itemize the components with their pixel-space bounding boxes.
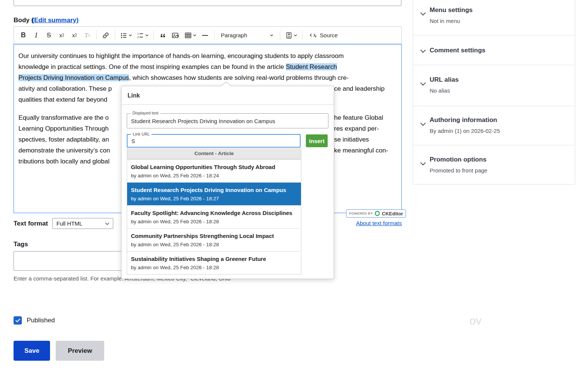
chevron-down-icon (420, 11, 426, 17)
image-upload-button[interactable] (170, 29, 181, 41)
italic-button[interactable]: I (30, 29, 42, 41)
section-summary: Not in menu (430, 18, 460, 24)
bulleted-list-button[interactable] (119, 29, 134, 41)
body-field-label: Body ((Edit summary)) (14, 17, 79, 24)
toolbar-separator (153, 30, 154, 40)
ckeditor-badge[interactable]: POWERED BY CKEditor (346, 209, 406, 218)
ckeditor-logo-icon (375, 211, 380, 216)
text-format-label: Text format (14, 220, 48, 227)
editor-text-line: Projects Driving Innovation on Campus, w… (18, 74, 397, 85)
displayed-text-field: Displayed text (127, 113, 328, 128)
section-summary: By admin (1) on 2026-02-25 (430, 128, 500, 134)
toolbar-separator (280, 30, 280, 40)
chevron-down-icon (420, 48, 426, 54)
edit-summary-link[interactable]: (Edit summary) (32, 17, 79, 24)
source-icon (309, 32, 317, 39)
toolbar-separator (115, 30, 115, 40)
drupal-node-edit-page: Body ((Edit summary)) B I S x2 x2 Tx 12 (0, 0, 588, 372)
chevron-down-icon (420, 81, 426, 87)
published-field: Published (14, 316, 55, 325)
toolbar-separator (214, 30, 214, 40)
ckeditor-brand-text: CKEditor (382, 211, 403, 216)
strikethrough-button[interactable]: S (43, 29, 55, 41)
sidebar-section-url-alias[interactable]: URL alias No alias (413, 65, 575, 106)
sidebar-section-authoring-information[interactable]: Authoring information By admin (1) on 20… (413, 106, 575, 145)
table-button[interactable] (183, 29, 198, 41)
chevron-down-icon (270, 34, 273, 37)
block-quote-button[interactable]: “ (157, 29, 169, 41)
displayed-text-input[interactable] (127, 114, 328, 128)
link-url-label: Link URL (131, 132, 152, 136)
node-settings-sidebar: Menu settings Not in menu Comment settin… (413, 0, 575, 184)
about-text-formats-link[interactable]: About text formats (356, 220, 402, 226)
text-format-value: Full HTML (53, 220, 105, 227)
powered-by-text: POWERED BY (349, 212, 373, 215)
sidebar-section-comment-settings[interactable]: Comment settings (413, 35, 575, 65)
chevron-down-icon (420, 121, 426, 127)
suggestion-item[interactable]: Global Learning Opportunities Through St… (127, 159, 301, 182)
selected-text: Student Research (286, 63, 337, 70)
chevron-down-icon (193, 34, 196, 37)
sidebar-section-promotion-options[interactable]: Promotion options Promoted to front page (413, 145, 575, 184)
source-button[interactable]: Source (306, 32, 341, 39)
link-button[interactable] (100, 29, 111, 41)
published-checkbox[interactable] (14, 316, 22, 325)
paragraph-style-dropdown[interactable]: Paragraph (218, 32, 277, 38)
section-title: Menu settings (430, 6, 473, 14)
link-dialog-title: Link (122, 86, 334, 105)
section-summary: Promoted to front page (430, 167, 487, 174)
editor-text-line: knowledge in practical settings. One of … (18, 63, 397, 74)
suggestion-item[interactable]: Community Partnerships Strengthening Loc… (127, 228, 301, 251)
editor-text-line: Our university continues to highlight th… (18, 52, 397, 63)
balloon-caret (220, 82, 232, 86)
link-icon (102, 32, 109, 39)
section-title: URL alias (430, 76, 459, 84)
link-dialog: Link Displayed text Link URL Insert Cont… (121, 86, 334, 279)
chevron-down-icon (294, 34, 297, 37)
suggestions-group-header: Content - Article (127, 148, 301, 159)
ghost-artifact-text: ov (469, 314, 482, 327)
selected-text: Projects Driving Innovation on Campus (18, 74, 129, 81)
toolbar-separator (302, 30, 302, 40)
toolbar-separator (96, 30, 97, 40)
preview-button[interactable]: Preview (56, 341, 104, 361)
chevron-down-icon (105, 222, 109, 225)
section-title: Promotion options (430, 156, 486, 163)
section-title: Authoring information (430, 116, 497, 124)
horizontal-line-button[interactable] (199, 29, 211, 41)
numbered-list-icon: 12 (137, 32, 144, 39)
numbered-list-button[interactable]: 12 (135, 29, 150, 41)
svg-text:1: 1 (137, 32, 139, 35)
superscript-button[interactable]: x2 (56, 29, 67, 41)
svg-text:2: 2 (137, 36, 139, 38)
sidebar-section-menu-settings[interactable]: Menu settings Not in menu (413, 0, 575, 35)
table-icon (184, 32, 192, 39)
suggestion-item[interactable]: Faculty Spotlight: Advancing Knowledge A… (127, 205, 301, 228)
tags-label: Tags (14, 241, 28, 248)
chevron-down-icon (420, 160, 426, 167)
body-label-text: Body (14, 17, 30, 24)
title-field-remnant[interactable] (14, 0, 401, 6)
text-format-select[interactable]: Full HTML (52, 218, 113, 229)
code-block-icon (285, 32, 293, 39)
horizontal-line-icon (201, 32, 209, 39)
published-label: Published (27, 317, 55, 324)
chevron-down-icon (145, 34, 149, 37)
section-title: Comment settings (430, 47, 485, 54)
section-summary: No alias (430, 87, 450, 94)
link-url-input[interactable] (128, 135, 300, 147)
code-block-button[interactable] (284, 29, 299, 41)
insert-button[interactable]: Insert (306, 134, 328, 147)
save-button[interactable]: Save (14, 341, 50, 361)
checkmark-icon (15, 319, 20, 323)
subscript-button[interactable]: x2 (69, 29, 80, 41)
bold-button[interactable]: B (18, 29, 29, 41)
link-suggestions-list: Content - Article Global Learning Opport… (127, 148, 301, 274)
chevron-down-icon (129, 34, 132, 37)
suggestion-item[interactable]: Sustainability Initiatives Shaping a Gre… (127, 251, 301, 274)
remove-format-button[interactable]: Tx (82, 29, 93, 41)
editor-toolbar: B I S x2 x2 Tx 12 “ (14, 26, 402, 44)
image-upload-icon (172, 32, 180, 39)
bulleted-list-icon (120, 32, 128, 39)
suggestion-item-selected[interactable]: Student Research Projects Driving Innova… (127, 182, 301, 205)
